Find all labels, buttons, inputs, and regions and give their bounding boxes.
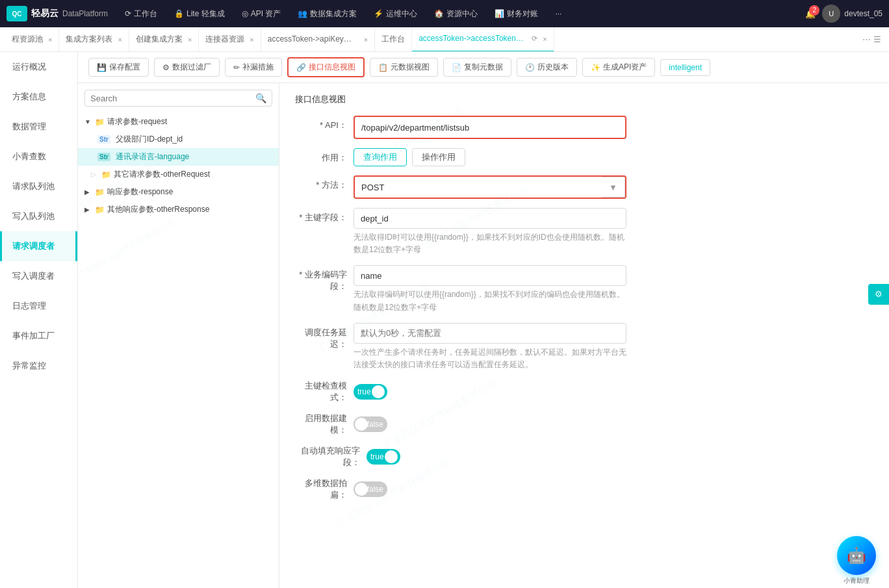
sidebar-item-exception-monitor[interactable]: 异常监控 xyxy=(0,351,77,381)
purpose-control: 查询作用 操作作用 xyxy=(354,148,626,166)
nav-ops-icon: ⚡ xyxy=(374,9,383,18)
api-input[interactable] xyxy=(355,117,625,138)
tab-solution-list-label: 集成方案列表 xyxy=(66,34,112,45)
tab-access-token-api-label: accessToken->apiKey（钉钉->bing） xyxy=(268,34,359,45)
app-logo[interactable]: QC 轻易云 DataPlatform xyxy=(6,6,108,21)
api-control xyxy=(354,116,626,139)
form-row-purpose: 作用： 查询作用 操作作用 xyxy=(295,148,873,166)
nav-workbench-icon: ⟳ xyxy=(125,9,131,18)
sidebar-item-info[interactable]: 方案信息 xyxy=(0,82,77,112)
form-row-delay: 调度任务延迟： 一次性产生多个请求任务时，任务延迟间隔秒数，默认不延迟。如果对方… xyxy=(295,323,873,371)
tab-close-3[interactable]: × xyxy=(250,36,253,44)
primary-check-toggle[interactable]: true xyxy=(354,384,387,400)
nav-data-integration[interactable]: 👥 数据集成方案 xyxy=(291,6,363,22)
tab-access-token-active[interactable]: accessToken->accessToken（钉钉->钉钉部门） ⟳ × xyxy=(412,27,554,52)
biz-code-input[interactable] xyxy=(354,265,626,286)
gear-icon: ⚙ xyxy=(875,289,883,299)
auto-fill-toggle[interactable]: true xyxy=(367,449,400,465)
tree-node-other-request[interactable]: ▷ 📁 其它请求参数-otherRequest xyxy=(78,166,279,183)
top-nav: QC 轻易云 DataPlatform ⟳ 工作台 🔒 Lite 轻集成 ◎ A… xyxy=(0,0,889,27)
toggle-knob xyxy=(372,385,385,398)
nav-api[interactable]: ◎ API 资产 xyxy=(235,6,288,22)
tree-node-language[interactable]: Str 通讯录语言-language xyxy=(78,148,279,166)
method-label: * 方法： xyxy=(295,175,354,191)
filter-icon: ⚙ xyxy=(162,63,170,72)
search-icon[interactable]: 🔍 xyxy=(255,93,266,103)
sidebar-item-request-queue[interactable]: 请求队列池 xyxy=(0,172,77,201)
sidebar-item-write-queue[interactable]: 写入队列池 xyxy=(0,201,77,231)
btn-gen-api[interactable]: ✨ 生成API资产 xyxy=(582,58,655,77)
nav-resources[interactable]: 🏠 资源中心 xyxy=(428,6,484,22)
btn-metadata-view[interactable]: 📋 元数据视图 xyxy=(370,58,438,77)
search-input[interactable] xyxy=(90,94,255,103)
tab-close-2[interactable]: × xyxy=(188,36,192,44)
sidebar-item-event-factory[interactable]: 事件加工厂 xyxy=(0,321,77,351)
metadata-icon: 📋 xyxy=(378,63,388,72)
sidebar-item-data-mgmt[interactable]: 数据管理 xyxy=(0,112,77,142)
tab-close-0[interactable]: × xyxy=(48,36,52,44)
tab-close-4[interactable]: × xyxy=(364,36,368,44)
tree-node-request-params[interactable]: ▼ 📁 请求参数-request xyxy=(78,113,279,131)
tab-create-solution-label: 创建集成方案 xyxy=(136,34,183,45)
delay-control: 一次性产生多个请求任务时，任务延迟间隔秒数，默认不延迟。如果对方平台无法接受太快… xyxy=(354,323,626,371)
nav-lite[interactable]: 🔒 Lite 轻集成 xyxy=(168,6,231,22)
float-gear-btn[interactable]: ⚙ xyxy=(868,284,889,305)
purpose-btn-group: 查询作用 操作作用 xyxy=(354,148,626,166)
tree-node-other-response[interactable]: ▶ 📁 其他响应参数-otherResponse xyxy=(78,201,279,218)
btn-save-config[interactable]: 💾 保存配置 xyxy=(88,58,149,77)
tab-resource-pool[interactable]: 程资源池 × xyxy=(5,27,59,52)
sidebar-item-request-scheduler[interactable]: 请求调度者 xyxy=(0,231,77,261)
avatar: U xyxy=(822,5,840,23)
tab-close-6[interactable]: × xyxy=(543,35,547,43)
ai-assistant[interactable]: 🤖 小青助理 xyxy=(837,536,876,575)
method-input[interactable] xyxy=(355,177,602,198)
tab-refresh-icon[interactable]: ⟳ xyxy=(532,34,537,43)
multi-data-toggle[interactable]: false xyxy=(354,481,387,497)
btn-query-purpose[interactable]: 查询作用 xyxy=(354,148,407,166)
nav-workbench[interactable]: ⟳ 工作台 xyxy=(118,6,164,22)
btn-interface-view[interactable]: 🔗 接口信息视图 xyxy=(287,57,365,77)
nav-ops[interactable]: ⚡ 运维中心 xyxy=(367,6,424,22)
tab-workbench[interactable]: 工作台 xyxy=(375,27,412,52)
tab-connector-resource-label: 连接器资源 xyxy=(205,34,244,45)
node-type-str-1: Str xyxy=(97,135,110,144)
tab-more-icon[interactable]: ⋯ xyxy=(862,34,871,44)
tab-access-token-api[interactable]: accessToken->apiKey（钉钉->bing） × xyxy=(261,27,375,52)
tab-create-solution[interactable]: 创建集成方案 × xyxy=(129,27,199,52)
btn-data-filter[interactable]: ⚙ 数据过滤厂 xyxy=(154,58,220,77)
content-area: 💾 保存配置 ⚙ 数据过滤厂 ✏ 补漏措施 🔗 接口信息视图 📋 元数据视图 📄 xyxy=(78,52,889,588)
nav-finance[interactable]: 📊 财务对账 xyxy=(488,6,545,22)
platform-name: DataPlatform xyxy=(62,9,108,18)
btn-operation-purpose[interactable]: 操作作用 xyxy=(412,148,465,166)
primary-key-input[interactable] xyxy=(354,208,626,229)
notification-bell[interactable]: 🔔 2 xyxy=(805,9,816,19)
tab-solution-list[interactable]: 集成方案列表 × xyxy=(59,27,129,52)
nav-more[interactable]: ··· xyxy=(548,6,568,21)
btn-history[interactable]: 🕐 历史版本 xyxy=(517,58,577,77)
tree-node-response[interactable]: ▶ 📁 响应参数-response xyxy=(78,183,279,201)
tab-connector-resource[interactable]: 连接器资源 × xyxy=(199,27,261,52)
primary-key-control: 无法取得ID时可以使用{{random}}，如果找不到对应的ID也会使用随机数。… xyxy=(354,208,626,256)
multi-data-label: 多维数据拍扁： xyxy=(295,478,354,501)
btn-fill-missing[interactable]: ✏ 补漏措施 xyxy=(225,58,282,77)
folder-icon: 📁 xyxy=(95,118,105,127)
form-row-biz-code: * 业务编码字段： 无法取得编码时可以使用{{random}}，如果找不到对应的… xyxy=(295,265,873,313)
link-icon: 🔗 xyxy=(296,63,306,72)
biz-code-control: 无法取得编码时可以使用{{random}}，如果找不到对应的编码也会使用随机数。… xyxy=(354,265,626,313)
tree-node-dept-id[interactable]: Str 父级部门ID-dept_id xyxy=(78,131,279,148)
tab-menu-icon[interactable]: ☰ xyxy=(873,34,881,44)
enable-model-toggle[interactable]: false xyxy=(354,416,387,432)
tab-resource-pool-label: 程资源池 xyxy=(12,34,43,45)
btn-intelligent[interactable]: intelligent xyxy=(660,59,710,76)
toggle-row-multi-data: 多维数据拍扁： false xyxy=(295,478,873,501)
sidebar-item-write-scheduler[interactable]: 写入调度者 xyxy=(0,261,77,291)
sidebar-item-xiaoqing[interactable]: 小青查数 xyxy=(0,142,77,172)
tab-close-1[interactable]: × xyxy=(118,36,122,44)
user-info[interactable]: U devtest_05 xyxy=(822,5,883,23)
sidebar-item-logs[interactable]: 日志管理 xyxy=(0,291,77,321)
toggle-row-enable-model: 启用数据建模： false xyxy=(295,413,873,436)
method-dropdown[interactable]: ▼ xyxy=(602,177,625,198)
btn-copy-metadata[interactable]: 📄 复制元数据 xyxy=(443,58,511,77)
sidebar-item-overview[interactable]: 运行概况 xyxy=(0,52,77,82)
delay-input[interactable] xyxy=(354,323,626,344)
